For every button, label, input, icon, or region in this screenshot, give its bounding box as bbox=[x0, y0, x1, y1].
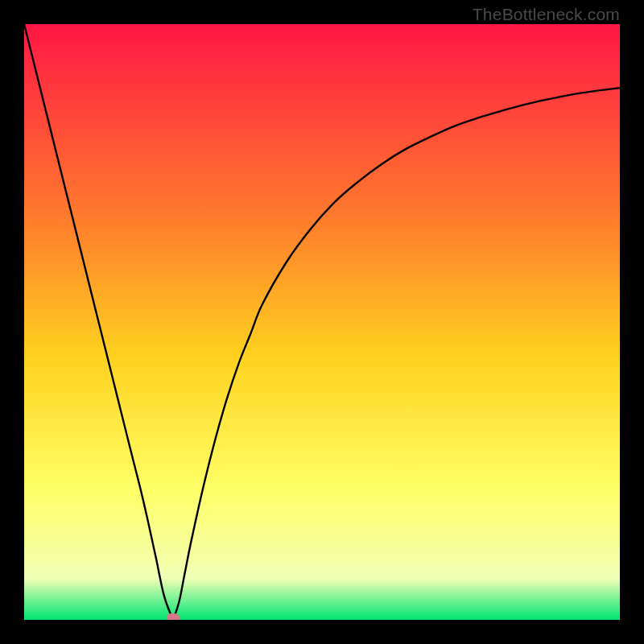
bottleneck-curve bbox=[24, 24, 620, 620]
optimal-point-marker bbox=[167, 613, 180, 620]
plot-area bbox=[24, 24, 620, 620]
watermark-text: TheBottleneck.com bbox=[473, 5, 620, 24]
